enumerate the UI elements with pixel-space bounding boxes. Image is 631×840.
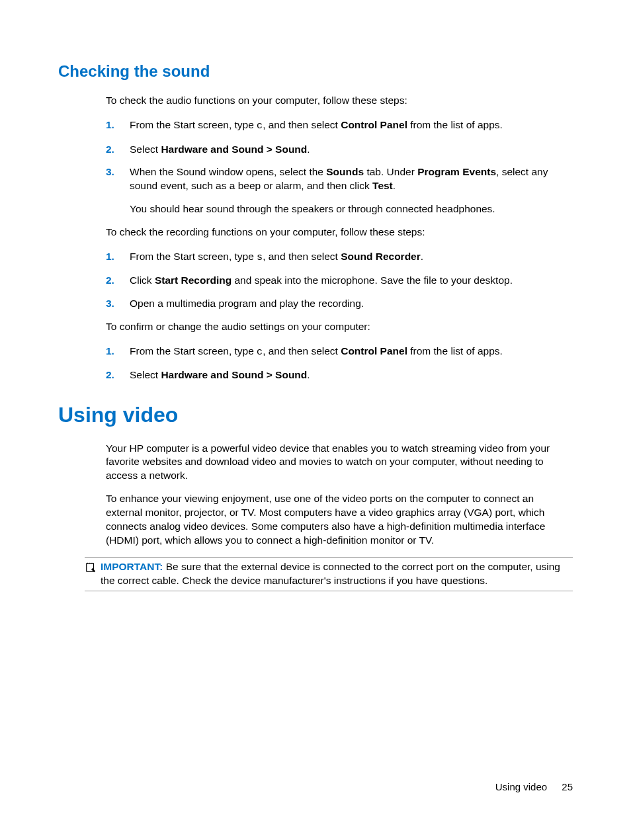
intro-paragraph: To check the audio functions on your com… [106, 94, 573, 108]
list-item: 1. From the Start screen, type s, and th… [106, 250, 573, 265]
footer-label: Using video [495, 781, 547, 792]
list-item-body: From the Start screen, type c, and then … [130, 345, 573, 359]
list-item-body: From the Start screen, type c, and then … [130, 118, 573, 133]
ordered-list-recording-check: 1. From the Start screen, type s, and th… [106, 250, 573, 311]
ordered-list-confirm-settings: 1. From the Start screen, type c, and th… [106, 345, 573, 382]
list-number: 3. [106, 297, 130, 311]
list-item: 2. Click Start Recording and speak into … [106, 274, 573, 288]
list-item-body: When the Sound window opens, select the … [130, 165, 573, 216]
intro-paragraph: To confirm or change the audio settings … [106, 320, 573, 334]
body-paragraph: To enhance your viewing enjoyment, use o… [106, 492, 573, 548]
list-item-body: Select Hardware and Sound > Sound. [130, 368, 573, 382]
list-number: 1. [106, 250, 130, 265]
list-number: 2. [106, 274, 130, 288]
list-item: 3. When the Sound window opens, select t… [106, 165, 573, 216]
note-icon [85, 562, 98, 577]
ordered-list-audio-check: 1. From the Start screen, type c, and th… [106, 118, 573, 216]
list-item: 2. Select Hardware and Sound > Sound. [106, 143, 573, 157]
list-item: 3. Open a multimedia program and play th… [106, 297, 573, 311]
page-footer: Using video 25 [495, 780, 573, 794]
list-item-body: Select Hardware and Sound > Sound. [130, 143, 573, 157]
page-number: 25 [562, 781, 573, 792]
list-item: 2. Select Hardware and Sound > Sound. [106, 368, 573, 382]
intro-paragraph: To check the recording functions on your… [106, 226, 573, 239]
list-item: 1. From the Start screen, type c, and th… [106, 345, 573, 359]
important-note: IMPORTANT: Be sure that the external dev… [85, 557, 573, 591]
list-item-body: Click Start Recording and speak into the… [130, 274, 573, 288]
list-number: 1. [106, 345, 130, 359]
section-heading-checking-sound: Checking the sound [58, 61, 573, 82]
section-heading-using-video: Using video [58, 401, 573, 429]
list-item: 1. From the Start screen, type c, and th… [106, 118, 573, 133]
body-paragraph: Your HP computer is a powerful video dev… [106, 442, 573, 483]
list-number: 2. [106, 143, 130, 157]
list-item-body: From the Start screen, type s, and then … [130, 250, 573, 265]
important-text: IMPORTANT: Be sure that the external dev… [101, 560, 573, 588]
list-item-body: Open a multimedia program and play the r… [130, 297, 573, 311]
list-number: 1. [106, 118, 130, 133]
list-number: 3. [106, 165, 130, 216]
list-number: 2. [106, 368, 130, 382]
